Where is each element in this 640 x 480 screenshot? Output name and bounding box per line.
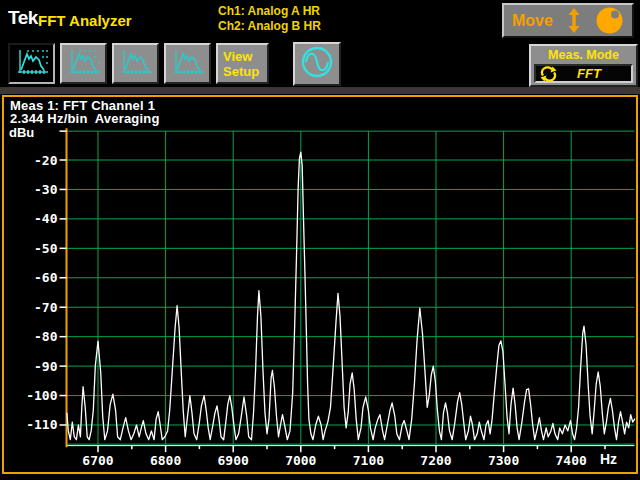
- y-tick-label: -100: [26, 388, 57, 403]
- x-tick-label: 7000: [285, 453, 316, 468]
- x-tick-label: 6900: [218, 453, 249, 468]
- x-tick-label: 7100: [353, 453, 384, 468]
- y-tick-label: -50: [34, 241, 58, 256]
- y-tick-label: -20: [34, 153, 58, 168]
- x-tick-label: 7200: [420, 453, 451, 468]
- x-tick-label: 7400: [556, 453, 587, 468]
- y-tick-label: -110: [26, 417, 57, 432]
- y-tick-label: -30: [34, 182, 58, 197]
- y-tick-label: -60: [34, 270, 58, 285]
- x-tick-label: 7300: [488, 453, 519, 468]
- y-tick-label: -80: [34, 329, 58, 344]
- spectrum-plot: -20-30-40-50-60-70-80-90-100-11067006800…: [0, 0, 640, 480]
- y-tick-label: -40: [34, 211, 58, 226]
- x-tick-label: 6700: [82, 453, 113, 468]
- fft-analyzer-screen: Tek FFT Analyzer Ch1: Analog A HR Ch2: A…: [0, 0, 640, 480]
- y-tick-label: -90: [34, 359, 58, 374]
- y-tick-label: -70: [34, 300, 58, 315]
- fft-trace: [67, 152, 635, 440]
- x-tick-label: 6800: [150, 453, 181, 468]
